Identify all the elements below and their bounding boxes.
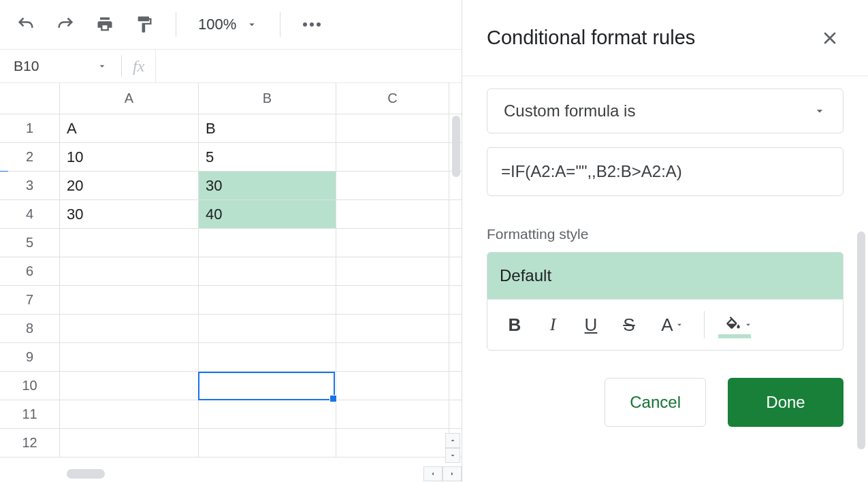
row-header-10[interactable]: 10 bbox=[0, 372, 60, 400]
conditional-format-panel: Conditional format rules Custom formula … bbox=[462, 0, 868, 482]
chevron-down-icon bbox=[743, 320, 753, 330]
svg-point-1 bbox=[310, 22, 314, 27]
cell-C8[interactable] bbox=[336, 315, 449, 342]
row-header-3[interactable]: 3 bbox=[0, 172, 60, 199]
cell-A6[interactable] bbox=[60, 257, 199, 285]
row-header-4[interactable]: 4 bbox=[0, 200, 60, 228]
row-header-1[interactable]: 1 bbox=[0, 114, 60, 142]
cell-B8[interactable] bbox=[199, 315, 336, 342]
chevron-down-icon bbox=[246, 18, 258, 31]
text-color-button[interactable]: A bbox=[651, 308, 694, 341]
custom-formula-input[interactable]: =IF(A2:A="",,B2:B>A2:A) bbox=[487, 147, 843, 196]
panel-header: Conditional format rules bbox=[462, 0, 868, 76]
fill-color-button[interactable] bbox=[714, 308, 763, 341]
close-button[interactable] bbox=[816, 25, 843, 52]
grid-row: 1AB bbox=[0, 114, 462, 143]
cell-C3[interactable] bbox=[336, 172, 449, 199]
row-header-8[interactable]: 8 bbox=[0, 315, 60, 342]
column-header-B[interactable]: B bbox=[199, 83, 336, 114]
cell-C9[interactable] bbox=[336, 343, 449, 371]
cell-B12[interactable] bbox=[199, 429, 336, 457]
cell-C2[interactable] bbox=[336, 143, 449, 171]
cell-A10[interactable] bbox=[60, 372, 199, 400]
cell-C1[interactable] bbox=[336, 114, 449, 142]
panel-scrollbar[interactable] bbox=[857, 231, 865, 449]
grid-row: 32030 bbox=[0, 172, 462, 200]
horizontal-scrollbar-area bbox=[57, 466, 462, 482]
cell-B3[interactable]: 30 bbox=[199, 172, 336, 199]
more-button[interactable] bbox=[298, 11, 325, 38]
panel-body: Custom formula is =IF(A2:A="",,B2:B>A2:A… bbox=[462, 76, 868, 439]
row-header-9[interactable]: 9 bbox=[0, 343, 60, 371]
grid-row: 43040 bbox=[0, 200, 462, 229]
redo-button[interactable] bbox=[52, 11, 79, 38]
cell-C10[interactable] bbox=[336, 372, 449, 400]
row-header-2[interactable]: 2 bbox=[0, 143, 60, 171]
cell-B6[interactable] bbox=[199, 257, 336, 285]
column-header-A[interactable]: A bbox=[60, 83, 199, 114]
cell-A2[interactable]: 10 bbox=[60, 143, 199, 171]
done-button[interactable]: Done bbox=[728, 378, 843, 427]
cell-A1[interactable]: A bbox=[60, 114, 199, 142]
horizontal-scrollbar[interactable] bbox=[67, 469, 105, 479]
cell-A4[interactable]: 30 bbox=[60, 200, 199, 228]
paint-bucket-icon bbox=[724, 316, 742, 334]
strikethrough-button[interactable]: S bbox=[613, 308, 645, 341]
name-box[interactable]: B10 bbox=[0, 50, 121, 82]
cell-C11[interactable] bbox=[336, 400, 449, 428]
column-header-C[interactable]: C bbox=[336, 83, 449, 114]
row-header-11[interactable]: 11 bbox=[0, 400, 60, 428]
vertical-scrollbar[interactable] bbox=[452, 116, 460, 177]
cell-C6[interactable] bbox=[336, 257, 449, 285]
chevron-down-icon bbox=[675, 320, 684, 330]
cell-A8[interactable] bbox=[60, 315, 199, 342]
cell-B11[interactable] bbox=[199, 400, 336, 428]
cell-B5[interactable] bbox=[199, 229, 336, 257]
cell-C7[interactable] bbox=[336, 286, 449, 314]
separator bbox=[704, 311, 705, 338]
cell-A3[interactable]: 20 bbox=[60, 172, 199, 199]
scroll-down-button[interactable] bbox=[445, 448, 460, 463]
column-headers: A B C bbox=[0, 83, 462, 114]
italic-button[interactable]: I bbox=[536, 308, 569, 341]
chevron-down-icon bbox=[813, 104, 826, 118]
cell-B9[interactable] bbox=[199, 343, 336, 371]
scroll-left-button[interactable] bbox=[423, 466, 443, 481]
rule-type-dropdown[interactable]: Custom formula is bbox=[487, 89, 843, 133]
svg-point-2 bbox=[317, 22, 321, 27]
chevron-down-icon bbox=[97, 61, 108, 71]
paint-format-button[interactable] bbox=[131, 11, 158, 38]
select-all-corner[interactable] bbox=[0, 83, 60, 114]
cell-B10[interactable] bbox=[199, 372, 336, 400]
zoom-value: 100% bbox=[198, 16, 236, 33]
grid-row: 8 bbox=[0, 315, 462, 343]
cell-A5[interactable] bbox=[60, 229, 199, 257]
print-button[interactable] bbox=[91, 11, 118, 38]
row-header-6[interactable]: 6 bbox=[0, 257, 60, 285]
cell-C12[interactable] bbox=[336, 429, 449, 457]
cell-B7[interactable] bbox=[199, 286, 336, 314]
grid-rows: 1AB2105320304304056789101112 bbox=[0, 114, 462, 457]
scroll-up-button[interactable] bbox=[445, 433, 460, 448]
bold-button[interactable]: B bbox=[498, 308, 531, 341]
cell-A7[interactable] bbox=[60, 286, 199, 314]
cell-B4[interactable]: 40 bbox=[199, 200, 336, 228]
row-header-12[interactable]: 12 bbox=[0, 429, 60, 457]
grid-row: 10 bbox=[0, 372, 462, 400]
row-header-7[interactable]: 7 bbox=[0, 286, 60, 314]
scroll-right-button[interactable] bbox=[443, 466, 462, 481]
cell-B1[interactable]: B bbox=[199, 114, 336, 142]
zoom-dropdown[interactable]: 100% bbox=[194, 16, 262, 33]
cell-C5[interactable] bbox=[336, 229, 449, 257]
format-toolbar: B I U S A bbox=[487, 299, 843, 351]
cell-A9[interactable] bbox=[60, 343, 199, 371]
cell-A11[interactable] bbox=[60, 400, 199, 428]
undo-button[interactable] bbox=[12, 11, 39, 38]
underline-button[interactable]: U bbox=[575, 308, 607, 341]
cancel-button[interactable]: Cancel bbox=[605, 378, 706, 427]
row-header-5[interactable]: 5 bbox=[0, 229, 60, 257]
style-preview[interactable]: Default bbox=[487, 252, 843, 299]
cell-C4[interactable] bbox=[336, 200, 449, 228]
cell-B2[interactable]: 5 bbox=[199, 143, 336, 171]
cell-A12[interactable] bbox=[60, 429, 199, 457]
